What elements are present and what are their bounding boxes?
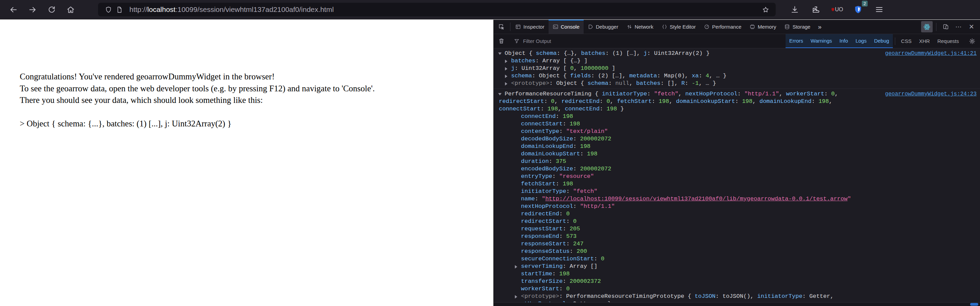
collapse-arrow-icon[interactable] — [505, 60, 508, 63]
filter-debug-button[interactable]: Debug — [870, 34, 893, 48]
console-token: connectStart — [499, 106, 540, 112]
home-icon[interactable] — [65, 4, 76, 15]
filter-logs-button[interactable]: Logs — [852, 34, 870, 48]
console-input-accent — [970, 303, 978, 306]
console-token: 0 — [551, 98, 554, 105]
console-token: fetchStart — [617, 98, 652, 105]
tab-label: Inspector — [523, 24, 544, 30]
filter-errors-button[interactable]: Errors — [786, 34, 807, 48]
tab-style-editor[interactable]: Style Editor — [657, 20, 700, 34]
collapse-arrow-icon[interactable] — [505, 75, 508, 78]
console-token: : — [566, 241, 573, 247]
console-token: 198 — [563, 113, 573, 120]
filter-xhr-button[interactable]: XHR — [915, 34, 934, 48]
console-url-link[interactable]: http://localhost:10099/session/viewhtml1… — [545, 196, 848, 202]
source-location-link[interactable]: geoarrowDummyWidget.js:41:21 — [885, 50, 977, 57]
tab-memory[interactable]: Memory — [745, 20, 780, 34]
console-token: connectEnd — [521, 113, 556, 120]
console-row[interactable]: <prototype>: PerformanceResourceTimingPr… — [494, 293, 980, 300]
extensions-puzzle-icon[interactable] — [810, 3, 822, 16]
tab-network[interactable]: Network — [622, 20, 657, 34]
tab-performance[interactable]: Performance — [700, 20, 745, 34]
console-row: redirectStart: 0 — [494, 218, 980, 225]
react-devtools-atom-icon[interactable] — [921, 21, 933, 32]
meatball-menu-icon[interactable]: ⋯ — [953, 21, 964, 33]
page-icon[interactable] — [114, 4, 125, 15]
back-icon[interactable] — [8, 4, 19, 15]
separator — [510, 22, 511, 31]
console-token: , — [752, 98, 759, 105]
console-row[interactable]: j: Uint32Array [ 0, 10000000 ] — [494, 65, 980, 72]
ublock-shield-icon[interactable]: UO — [831, 3, 843, 16]
expand-arrow-icon[interactable] — [498, 93, 501, 96]
console-command-input-row[interactable] — [494, 302, 980, 306]
responsive-design-mode-icon[interactable] — [940, 21, 951, 33]
tab-storage[interactable]: Storage — [780, 20, 815, 34]
filter-output-input[interactable] — [522, 38, 701, 44]
tab-console[interactable]: Console — [549, 20, 584, 34]
url-bar[interactable]: http://localhost:10099/session/viewhtml1… — [98, 3, 776, 16]
console-token: 198 — [587, 151, 598, 157]
filter-css-button[interactable]: CSS — [897, 34, 915, 48]
console-row[interactable]: <prototype>: Object { schema: null, batc… — [494, 80, 980, 87]
console-row: initiatorType: "fetch" — [494, 188, 980, 195]
more-tabs-chevron[interactable]: » — [815, 20, 825, 34]
filter-info-button[interactable]: Info — [835, 34, 852, 48]
forward-icon[interactable] — [27, 4, 38, 15]
console-token: toJSON — [695, 293, 716, 300]
password-manager-shield-icon[interactable]: 2 — [852, 3, 864, 16]
collapse-arrow-icon[interactable] — [505, 67, 508, 70]
source-location-link[interactable]: geoarrowDummyWidget.js:24:23 — [885, 90, 977, 98]
console-token: , — [829, 98, 832, 105]
collapse-arrow-icon[interactable] — [505, 82, 508, 86]
console-token: workerStart — [521, 285, 559, 292]
console-row[interactable]: serverTiming: Array [] — [494, 263, 980, 270]
console-token: : — [559, 233, 566, 239]
console-token: "fetch" — [573, 188, 597, 194]
console-token: decodedBodySize — [521, 135, 573, 142]
console-token: requestStart — [521, 226, 563, 232]
console-token: redirectStart — [521, 218, 566, 225]
console-row: responseStart: 247 — [494, 240, 980, 248]
filter-warnings-button[interactable]: Warnings — [807, 34, 836, 48]
pick-element-icon[interactable] — [494, 20, 509, 34]
expand-arrow-icon[interactable] — [498, 53, 501, 55]
tab-inspector[interactable]: Inspector — [511, 20, 549, 34]
menu-hamburger-icon[interactable] — [873, 3, 885, 16]
console-token: : — [566, 188, 573, 194]
console-token: batches — [636, 80, 660, 86]
console-token: , — [678, 91, 685, 97]
console-token: : — [573, 166, 580, 172]
download-icon[interactable] — [789, 3, 801, 16]
tracking-protection-shield-icon[interactable] — [103, 4, 114, 15]
collapse-arrow-icon[interactable] — [515, 295, 517, 298]
console-token: 200002072 — [580, 135, 611, 142]
filter-requests-button[interactable]: Requests — [934, 34, 963, 48]
console-token: : — [563, 121, 570, 127]
clear-console-trash-icon[interactable] — [494, 38, 509, 44]
url-text[interactable]: http://localhost:10099/session/viewhtml1… — [129, 5, 760, 14]
console-row[interactable]: schema: Object { fields: (2) […], metada… — [494, 72, 980, 80]
network-icon — [627, 24, 632, 30]
console-row: fetchStart: 198 — [494, 180, 980, 188]
extension-badge: 2 — [862, 1, 868, 6]
close-icon[interactable]: ✕ — [966, 21, 977, 33]
console-token: "fetch" — [654, 91, 678, 97]
star-icon[interactable] — [760, 4, 771, 15]
console-token: : — [735, 98, 742, 105]
console-settings-gear-icon[interactable] — [964, 38, 980, 45]
tab-debugger[interactable]: Debugger — [584, 20, 622, 34]
collapse-arrow-icon[interactable] — [515, 265, 517, 269]
console-token: : — [566, 218, 573, 225]
console-row[interactable]: batches: Array [ {…} ] — [494, 57, 980, 65]
console-token: 198 — [547, 106, 558, 112]
console-token: : — [652, 98, 659, 105]
reload-icon[interactable] — [46, 4, 57, 15]
console-token: : — [549, 158, 556, 164]
debugger-icon — [588, 24, 593, 30]
console-token: Object { — [504, 50, 536, 57]
console-token: , — [835, 91, 838, 97]
console-token: redirectStart — [499, 98, 544, 105]
console-token: 4 — [706, 73, 709, 79]
console-token: domainLookupEnd — [759, 98, 811, 105]
